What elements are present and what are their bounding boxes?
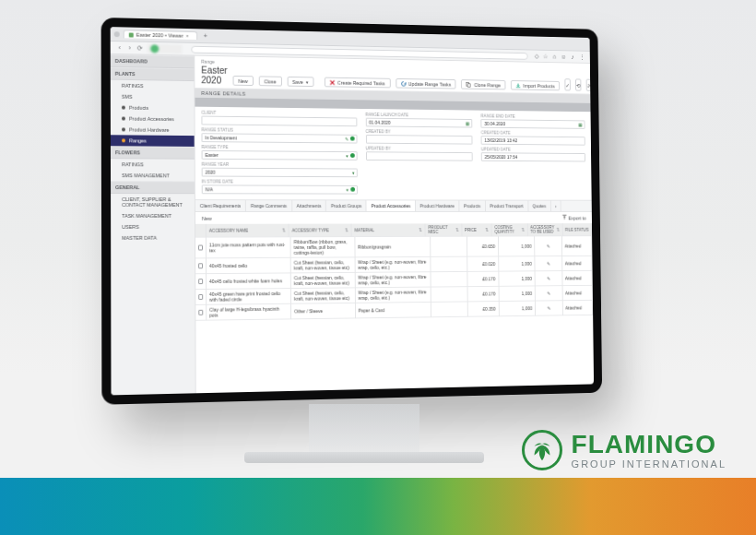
col-qty[interactable]: COSTING QUANTITY⇅ [492, 223, 528, 236]
sidebar-item-ranges[interactable]: Ranges [111, 135, 195, 147]
col-accessory-type[interactable]: ACCESSORY TYPE⇅ [289, 224, 352, 238]
sidebar-item-product-accessories[interactable]: Product Accessories [111, 113, 195, 125]
cell-used[interactable]: ✎ [535, 236, 562, 256]
sync-button[interactable]: ⟲ [575, 78, 581, 90]
export-button[interactable]: Export to [562, 215, 586, 221]
notifications-icon[interactable]: ♪ [569, 54, 575, 61]
tab-product-transport[interactable]: Product Transport [486, 201, 528, 211]
col-accessory-name[interactable]: ACCESSORY NAME⇅ [207, 224, 289, 238]
tab-quotes[interactable]: Quotes [528, 201, 551, 211]
row-select[interactable] [195, 290, 207, 305]
new-tab-button[interactable]: + [201, 31, 211, 40]
cell-used[interactable]: ✎ [536, 301, 563, 315]
checkbox-icon[interactable] [198, 310, 203, 315]
checkbox-icon[interactable] [198, 263, 203, 268]
sidebar-item-products[interactable]: Products [111, 101, 195, 113]
browser-tab[interactable]: Easter 2020 • Viewer × [124, 30, 197, 40]
range-type-input[interactable]: Easter▾ [202, 150, 358, 160]
chevron-down-icon[interactable]: ▾ [352, 170, 355, 175]
sort-icon[interactable]: ⇅ [455, 227, 459, 232]
cell-used[interactable]: ✎ [535, 256, 562, 271]
table-row[interactable]: 11cm jute moss pattern pots with rust-te… [195, 236, 592, 258]
settings-icon[interactable]: ⛭ [586, 79, 593, 91]
cell-used[interactable]: ✎ [536, 271, 563, 286]
sidebar-item-users[interactable]: USERS [111, 221, 195, 232]
sort-icon[interactable]: ⇅ [419, 227, 422, 232]
calendar-icon[interactable]: ▦ [578, 122, 583, 127]
col-used[interactable]: ACCESSORY TO BE USED⇅ [528, 223, 563, 236]
extension-icon[interactable]: ◇ [533, 53, 539, 60]
in-store-date-input[interactable]: N/A▾ [202, 184, 358, 194]
sidebar-item-task-management[interactable]: TASK MANAGEMENT [111, 210, 195, 221]
menu-icon[interactable]: ⋮ [578, 54, 585, 61]
sort-icon[interactable]: ⇅ [282, 228, 286, 233]
sort-icon[interactable]: ⇅ [521, 227, 525, 232]
range-year-input[interactable]: 2020▾ [202, 168, 358, 178]
tab-range-comments[interactable]: Range Comments [246, 200, 292, 211]
row-select[interactable] [195, 238, 207, 259]
edit-icon[interactable]: ✎ [547, 261, 550, 267]
sidebar-group-general[interactable]: GENERAL [111, 181, 195, 194]
chevron-down-icon[interactable]: ▾ [346, 187, 348, 193]
import-products-button[interactable]: Import Products [511, 80, 560, 90]
range-end-date-input[interactable]: 30.04.2020▦ [481, 119, 585, 129]
col-price[interactable]: PRICE⇅ [462, 223, 492, 236]
forward-icon[interactable]: › [126, 44, 134, 52]
sidebar-item-ratings-flowers[interactable]: RATINGS [111, 159, 195, 170]
edit-icon[interactable]: ✎ [547, 244, 550, 249]
col-file-status[interactable]: FILE STATUS [562, 223, 592, 236]
profile-icon[interactable]: ☺ [561, 54, 567, 61]
new-button[interactable]: New [232, 76, 253, 86]
create-required-tasks-button[interactable]: Create Required Tasks [325, 77, 391, 89]
close-button[interactable]: Close [258, 76, 281, 86]
updated-by-input[interactable] [366, 151, 473, 160]
edit-icon[interactable]: ✎ [547, 291, 550, 296]
row-select[interactable] [195, 305, 207, 321]
bookmark-icon[interactable]: ☆ [542, 53, 549, 60]
close-icon[interactable]: × [186, 33, 189, 39]
sort-icon[interactable]: ⇅ [345, 227, 348, 232]
tab-more[interactable]: › [550, 201, 561, 211]
tab-attachments[interactable]: Attachments [292, 200, 326, 211]
sort-icon[interactable]: ⇅ [556, 227, 560, 232]
tab-products[interactable]: Products [459, 200, 485, 210]
range-status-input[interactable]: In Development✎ [202, 133, 358, 143]
bullet-icon [122, 106, 125, 110]
tab-product-accessories[interactable]: Product Accessories [367, 200, 416, 211]
row-select[interactable] [195, 274, 207, 290]
window-control[interactable] [114, 31, 120, 37]
client-input[interactable] [201, 116, 357, 127]
checkbox-icon[interactable] [198, 279, 203, 284]
grid-new-button[interactable]: New [202, 215, 212, 220]
chevron-down-icon[interactable]: ▾ [346, 153, 348, 159]
edit-icon[interactable]: ✎ [547, 305, 550, 311]
range-launch-date-input[interactable]: 01.04.2020▦ [365, 118, 472, 128]
sidebar-group-plants[interactable]: PLANTS [111, 67, 195, 81]
back-icon[interactable]: ‹ [116, 44, 124, 52]
edit-icon[interactable]: ✎ [547, 276, 550, 281]
calendar-icon[interactable]: ▦ [466, 121, 470, 126]
sidebar-item-master-data[interactable]: MASTER DATA [111, 232, 195, 244]
col-material[interactable]: MATERIAL⇅ [352, 223, 426, 237]
col-product-misc[interactable]: PRODUCT MISC⇅ [426, 223, 463, 236]
update-range-tasks-button[interactable]: Update Range Tasks [396, 78, 456, 89]
sidebar-item-client-supplier[interactable]: CLIENT, SUPPLIER & CONTACT MANAGEMENT [111, 194, 195, 210]
clone-range-button[interactable]: Clone Range [461, 79, 505, 89]
save-button[interactable]: Save▾ [287, 77, 313, 87]
created-by-input[interactable] [365, 135, 472, 145]
row-select[interactable] [195, 258, 207, 274]
sidebar-item-product-hardware[interactable]: Product Hardware [111, 124, 195, 136]
home-icon[interactable]: ⌂ [551, 53, 558, 60]
sidebar-item-sms-management[interactable]: SMS MANAGEMENT [111, 170, 195, 181]
cell-used[interactable]: ✎ [536, 286, 563, 301]
tab-product-hardware[interactable]: Product Hardware [416, 200, 460, 211]
tab-product-groups[interactable]: Product Groups [326, 200, 367, 211]
tab-client-requirements[interactable]: Client Requirements [195, 200, 246, 211]
reload-icon[interactable]: ⟳ [136, 44, 144, 52]
sort-icon[interactable]: ⇅ [485, 227, 489, 232]
col-select[interactable] [195, 224, 207, 238]
checkbox-icon[interactable] [198, 245, 203, 251]
check-button[interactable]: ✓ [564, 78, 570, 90]
checkbox-icon[interactable] [198, 294, 203, 300]
sidebar-group-flowers[interactable]: FLOWERS [111, 146, 195, 160]
